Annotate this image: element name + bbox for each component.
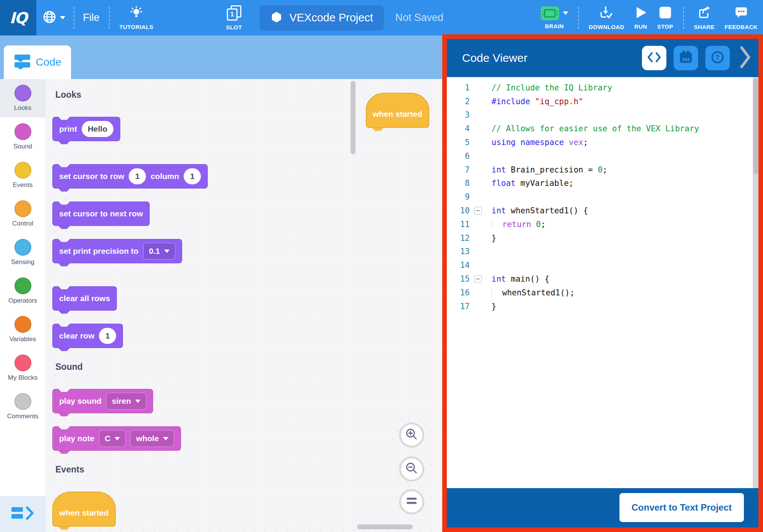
code-view-button[interactable] <box>642 46 666 70</box>
block-palette: LooksprintHelloset cursor to row1column1… <box>46 79 351 532</box>
palette-block-row: set cursor to row1column1 <box>52 164 351 189</box>
blocks-workspace[interactable]: LooksprintHelloset cursor to row1column1… <box>46 79 442 532</box>
block-play-sound[interactable]: play soundsiren <box>52 389 153 413</box>
language-globe-button[interactable] <box>42 10 65 26</box>
code-tab-label: Code <box>36 56 61 68</box>
zoom-in-button[interactable] <box>399 422 424 448</box>
download-button[interactable]: DOWNLOAD <box>589 6 624 30</box>
code-line: 17} <box>447 300 758 313</box>
block-dropdown[interactable]: 0.1 <box>143 243 175 260</box>
code-text: } <box>487 302 496 311</box>
palette-section-sound: Soundplay soundsirenplay noteCwhole <box>52 362 351 451</box>
code-token: "iq_cpp.h" <box>535 97 583 106</box>
code-line: 8float myVariable; <box>447 177 758 190</box>
help-icon: ? <box>710 50 725 66</box>
sidebar-item-operators[interactable]: Operators <box>0 272 45 310</box>
code-token: } <box>491 234 496 243</box>
palette-section-heading: Sound <box>55 362 351 372</box>
sidebar-item-events[interactable]: Events <box>0 156 45 195</box>
block-clear-all-rows[interactable]: clear all rows <box>52 286 117 311</box>
chevron-down-icon <box>60 16 65 19</box>
code-text: int main() { <box>487 274 550 284</box>
block-dropdown[interactable]: C <box>99 430 126 447</box>
block-when-started[interactable]: when started <box>366 93 429 128</box>
slot-button[interactable]: 1 SLOT <box>226 5 242 31</box>
code-line: 6 <box>447 149 758 163</box>
block-dropdown[interactable]: whole <box>130 430 174 447</box>
block-set-print-precision-to[interactable]: set print precision to0.1 <box>52 239 182 263</box>
zoom-out-button[interactable] <box>399 456 424 482</box>
dropdown-value: 0.1 <box>149 247 160 256</box>
share-icon <box>697 6 711 21</box>
code-text: // Include the IQ Library <box>487 83 612 92</box>
globe-icon <box>42 10 57 26</box>
share-button[interactable]: SHARE <box>694 6 715 30</box>
block-set-cursor-to-row[interactable]: set cursor to row1column1 <box>52 164 208 189</box>
chevron-right-icon <box>740 46 751 70</box>
block-play-note[interactable]: play noteCwhole <box>52 426 181 451</box>
fold-marker[interactable] <box>474 275 482 283</box>
stop-icon <box>659 6 672 21</box>
code-scrollbar-thumb[interactable] <box>753 79 758 174</box>
block-input-oval[interactable]: Hello <box>82 121 113 137</box>
fold-column <box>470 207 487 214</box>
sidebar-item-looks[interactable]: Looks <box>0 79 45 118</box>
sidebar-item-sound[interactable]: Sound <box>0 118 45 156</box>
block-input-oval[interactable]: 1 <box>99 328 116 344</box>
stop-button[interactable]: STOP <box>657 6 673 30</box>
slot-icon: 1 <box>226 5 242 21</box>
palette-section-events: Eventswhen started <box>52 464 351 527</box>
block-set-cursor-to-next-row[interactable]: set cursor to next row <box>52 202 150 226</box>
canvas-horizontal-scrollbar[interactable] <box>357 524 413 529</box>
line-number: 16 <box>447 288 470 297</box>
feedback-button[interactable]: FEEDBACK <box>724 6 758 30</box>
sidebar-item-variables[interactable]: Variables <box>0 310 45 349</box>
project-title-button[interactable]: VEXcode Project <box>260 5 384 31</box>
block-input-oval[interactable]: 1 <box>129 168 146 184</box>
block-dropdown[interactable]: siren <box>106 393 146 409</box>
block-input-oval[interactable]: 1 <box>184 168 201 184</box>
code-text: using namespace vex; <box>487 138 588 147</box>
toolbar-divider <box>683 7 684 29</box>
code-token: #include <box>491 97 530 106</box>
zoom-reset-button[interactable] <box>399 489 424 514</box>
block-when-started[interactable]: when started <box>52 492 116 527</box>
fold-marker[interactable] <box>474 207 482 214</box>
top-toolbar: IQ File TUTORIALS <box>0 0 763 35</box>
dropdown-value: whole <box>136 434 159 443</box>
palette-toggle-button[interactable] <box>0 496 46 532</box>
tutorials-button[interactable]: TUTORIALS <box>120 6 154 30</box>
help-button[interactable]: ? <box>705 46 730 70</box>
block-print[interactable]: printHello <box>52 117 120 141</box>
file-menu-button[interactable]: File <box>83 12 100 24</box>
line-number: 3 <box>447 110 470 119</box>
sidebar-item-comments[interactable]: Comments <box>0 387 45 426</box>
brain-view-button[interactable] <box>674 46 698 70</box>
code-token: whenStarted1() { <box>506 206 588 215</box>
block-clear-row[interactable]: clear row1 <box>52 324 123 348</box>
palette-section-heading: Events <box>55 464 351 475</box>
convert-to-text-button[interactable]: Convert to Text Project <box>619 493 744 522</box>
code-text: int Brain_precision = 0; <box>487 165 607 174</box>
brain-button[interactable]: BRAIN <box>541 6 568 29</box>
code-line: 1// Include the IQ Library <box>447 81 758 95</box>
block-label: play note <box>59 434 94 443</box>
code-token: return <box>502 220 531 229</box>
blocks-icon <box>14 54 31 71</box>
category-label: Operators <box>8 297 37 305</box>
tab-code[interactable]: Code <box>4 45 71 79</box>
sidebar-item-my-blocks[interactable]: My Blocks <box>0 349 45 387</box>
share-label: SHARE <box>694 24 715 30</box>
run-button[interactable]: RUN <box>634 6 647 30</box>
sidebar-item-control[interactable]: Control <box>0 195 45 233</box>
dropdown-value: siren <box>112 397 131 406</box>
palette-block-row: clear row1 <box>52 324 351 348</box>
code-token: ; <box>583 138 588 147</box>
dropdown-value: C <box>105 434 110 443</box>
collapse-panel-button[interactable] <box>740 46 751 70</box>
sidebar-item-sensing[interactable]: Sensing <box>0 233 45 272</box>
palette-section-looks: LooksprintHelloset cursor to row1column1… <box>52 90 351 348</box>
palette-vertical-scrollbar[interactable] <box>351 81 356 154</box>
block-label: column <box>150 172 179 181</box>
block-label: set cursor to next row <box>59 209 143 218</box>
